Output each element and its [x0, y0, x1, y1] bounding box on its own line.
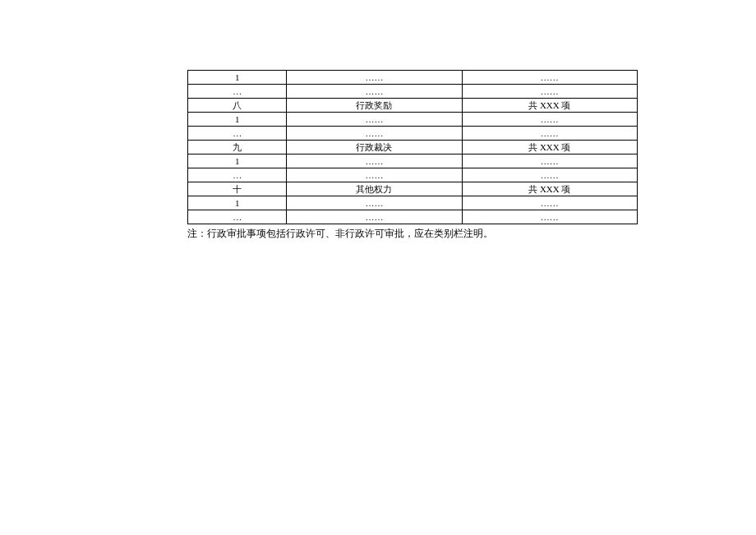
index-cell: 1: [188, 113, 287, 127]
count-cell: ……: [462, 155, 637, 168]
table-row: … …… ……: [188, 127, 638, 141]
count-cell: ……: [462, 71, 637, 85]
count-cell: ……: [462, 196, 637, 210]
category-cell: ……: [287, 168, 462, 182]
table-row: … …… ……: [188, 168, 638, 182]
power-items-table: 1 …… …… … …… …… 八 行政奖励 共 XXX 项 1 …… …… …: [187, 70, 638, 224]
index-cell: 八: [188, 99, 287, 113]
table-row: 九 行政裁决 共 XXX 项: [188, 141, 638, 155]
category-cell: ……: [287, 71, 462, 85]
index-cell: …: [188, 210, 287, 224]
table-row: 八 行政奖励 共 XXX 项: [188, 99, 638, 113]
count-cell: ……: [462, 127, 637, 141]
table-row: 1 …… ……: [188, 196, 638, 210]
count-cell: ……: [462, 210, 637, 224]
count-cell: ……: [462, 85, 637, 99]
category-cell: ……: [287, 196, 462, 210]
table-row: … …… ……: [188, 210, 638, 224]
category-cell: ……: [287, 113, 462, 127]
count-cell: ……: [462, 113, 637, 127]
index-cell: …: [188, 168, 287, 182]
category-cell: ……: [287, 85, 462, 99]
index-cell: 1: [188, 196, 287, 210]
table-row: … …… ……: [188, 85, 638, 99]
count-cell: ……: [462, 168, 637, 182]
index-cell: 九: [188, 141, 287, 155]
count-cell: 共 XXX 项: [462, 141, 637, 155]
content-container: 1 …… …… … …… …… 八 行政奖励 共 XXX 项 1 …… …… …: [187, 70, 638, 241]
table-row: 1 …… ……: [188, 113, 638, 127]
table-row: 十 其他权力 共 XXX 项: [188, 182, 638, 196]
category-cell: ……: [287, 210, 462, 224]
table-row: 1 …… ……: [188, 71, 638, 85]
category-cell: 行政奖励: [287, 99, 462, 113]
index-cell: …: [188, 85, 287, 99]
category-cell: 其他权力: [287, 182, 462, 196]
count-cell: 共 XXX 项: [462, 99, 637, 113]
index-cell: 1: [188, 155, 287, 168]
index-cell: 1: [188, 71, 287, 85]
count-cell: 共 XXX 项: [462, 182, 637, 196]
category-cell: 行政裁决: [287, 141, 462, 155]
category-cell: ……: [287, 127, 462, 141]
index-cell: …: [188, 127, 287, 141]
category-cell: ……: [287, 155, 462, 168]
index-cell: 十: [188, 182, 287, 196]
footnote: 注：行政审批事项包括行政许可、非行政许可审批，应在类别栏注明。: [187, 226, 638, 241]
table-body: 1 …… …… … …… …… 八 行政奖励 共 XXX 项 1 …… …… …: [188, 71, 638, 224]
table-row: 1 …… ……: [188, 155, 638, 168]
